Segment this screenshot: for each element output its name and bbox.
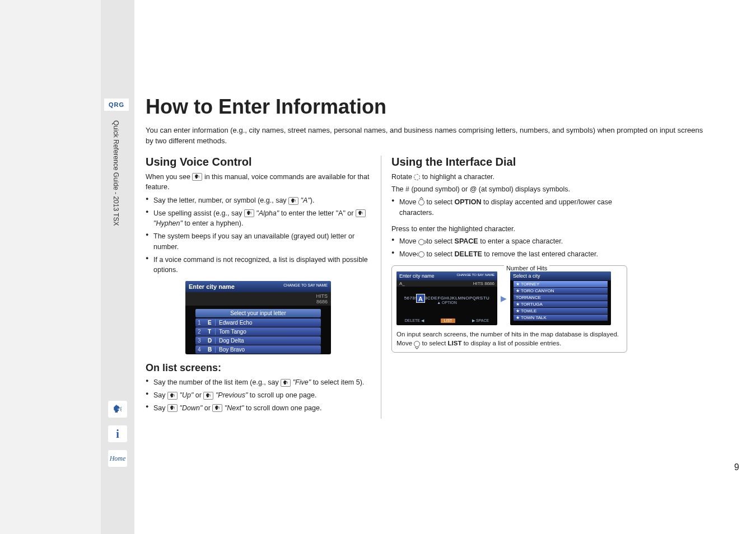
info-nav-button[interactable]: i bbox=[108, 425, 127, 442]
text: DELETE bbox=[455, 250, 482, 258]
voice-icon: 🗣 bbox=[113, 404, 123, 415]
move-left-icon bbox=[418, 251, 424, 257]
n: 1 bbox=[198, 320, 204, 326]
kb-space: ▶ SPACE bbox=[472, 318, 489, 323]
interface-dial-heading: Using the Interface Dial bbox=[391, 156, 627, 168]
shot-title: Enter city name bbox=[189, 283, 235, 290]
text: "Up" bbox=[178, 391, 193, 399]
w: Tom Tango bbox=[219, 329, 246, 335]
bullet-not-recognized: If a voice command is not recognized, a … bbox=[146, 255, 371, 276]
voice-icon: 🗣 bbox=[244, 209, 254, 217]
list-item: TORRANCE bbox=[514, 294, 608, 301]
voice-icon: 🗣 bbox=[167, 392, 178, 400]
text: Move bbox=[399, 198, 418, 206]
text: "Five" bbox=[291, 378, 311, 386]
text: "Alpha" bbox=[254, 209, 279, 217]
voice-bullets: Say the letter, number, or symbol (e.g.,… bbox=[146, 195, 371, 275]
list-title: Select a city bbox=[510, 271, 611, 280]
list-bullet-up: Say 🗣 "Up" or 🗣 "Previous" to scroll up … bbox=[146, 390, 371, 401]
text: "Down" bbox=[178, 404, 202, 412]
right-column: Using the Interface Dial Rotate to highl… bbox=[381, 156, 627, 419]
voice-icon: 🗣 bbox=[167, 404, 178, 412]
qrg-badge: QRG bbox=[104, 99, 129, 111]
text: ). bbox=[310, 196, 315, 204]
list-item: ★ TOWLE bbox=[514, 308, 608, 314]
list-item: ★ TORO CANYON bbox=[514, 288, 608, 294]
voice-icon: 🗣 bbox=[212, 404, 222, 412]
move-down-icon bbox=[414, 341, 420, 347]
l: T bbox=[208, 329, 216, 335]
figure-caption: On input search screens, the number of h… bbox=[396, 330, 622, 348]
home-icon: Home bbox=[110, 455, 126, 463]
left-nav-icons: 🗣 i Home bbox=[106, 401, 129, 467]
voice-icon: 🗣 bbox=[281, 379, 291, 387]
left-column: Using Voice Control When you see 🗣 in th… bbox=[146, 156, 381, 419]
voice-screenshot: Enter city name CHANGE TO SAY NAME HITS … bbox=[185, 281, 331, 354]
shot-row: 3DDog Delta bbox=[195, 336, 321, 345]
text: Rotate bbox=[391, 173, 414, 181]
text: LIST bbox=[448, 340, 462, 346]
voice-icon: 🗣 bbox=[203, 392, 213, 400]
text: Use spelling assist (e.g., say bbox=[153, 209, 244, 217]
list-item: ★ TORTUGA bbox=[514, 301, 608, 307]
voice-icon: 🗣 bbox=[356, 209, 366, 217]
kb-entered: A_ bbox=[399, 281, 405, 286]
text: Say the letter, number, or symbol (e.g.,… bbox=[153, 196, 288, 204]
text: Say bbox=[153, 391, 167, 399]
text: to enter a space character. bbox=[478, 237, 563, 245]
w: Dog Delta bbox=[219, 338, 244, 344]
move-right-icon bbox=[418, 239, 424, 245]
list-item: ★ TORNEY bbox=[514, 281, 608, 287]
hits-callout: Number of Hits bbox=[504, 265, 549, 271]
dial-bullets-1: Move to select OPTION to display accente… bbox=[391, 197, 627, 218]
list-item: ★ TOWN TALK bbox=[514, 315, 608, 321]
n: 2 bbox=[198, 329, 204, 335]
kb-hits-val: 8686 bbox=[484, 281, 494, 286]
list-bullets: Say the number of the list item (e.g., s… bbox=[146, 377, 371, 413]
list-bullet-number: Say the number of the list item (e.g., s… bbox=[146, 377, 371, 388]
kb-highlighted-letter: A bbox=[416, 294, 425, 303]
page-title: How to Enter Information bbox=[146, 95, 739, 119]
l: B bbox=[208, 346, 216, 353]
text: to select item 5). bbox=[311, 378, 364, 386]
bullet-beep: The system beeps if you say an unavailab… bbox=[146, 231, 371, 252]
pound-line: The # (pound symbol) or @ (at symbol) di… bbox=[391, 184, 627, 195]
text: to select bbox=[424, 250, 455, 258]
shot-row: 4BBoy Bravo bbox=[195, 345, 321, 354]
page-number: 9 bbox=[734, 462, 739, 472]
w: Boy Bravo bbox=[219, 346, 245, 353]
bullet-delete: Move to select DELETE to remove the last… bbox=[391, 249, 627, 260]
text: to select bbox=[420, 340, 447, 346]
keyboard-panel: Enter city name CHANGE TO SAY NAME A_ HI… bbox=[396, 271, 497, 325]
dial-figure: Number of Hits Enter city name CHANGE TO… bbox=[391, 265, 627, 353]
content-area: How to Enter Information You can enter i… bbox=[146, 95, 739, 419]
text: to select bbox=[424, 198, 455, 206]
kb-list: LIST bbox=[441, 318, 456, 323]
l: E bbox=[208, 320, 216, 326]
w: Edward Echo bbox=[219, 320, 252, 326]
bullet-say-letter: Say the letter, number, or symbol (e.g.,… bbox=[146, 195, 371, 206]
text: "Hyphen" bbox=[153, 219, 183, 227]
dial-bullets-2: Move to select SPACE to enter a space ch… bbox=[391, 236, 627, 260]
city-list-panel: Select a city ★ TORNEY ★ TORO CANYON TOR… bbox=[510, 271, 611, 325]
home-nav-button[interactable]: Home bbox=[108, 450, 127, 467]
rotate-icon bbox=[414, 174, 420, 180]
voice-nav-button[interactable]: 🗣 bbox=[108, 401, 127, 418]
text: or bbox=[193, 391, 203, 399]
text: When you see bbox=[146, 173, 192, 181]
text: to select bbox=[424, 237, 455, 245]
shot-hint: Select your input letter bbox=[195, 309, 321, 317]
shot-row: 2TTom Tango bbox=[195, 327, 321, 336]
shot-row: 1EEdward Echo bbox=[195, 318, 321, 327]
text: to enter a hyphen). bbox=[183, 219, 243, 227]
kb-delete: DELETE ◀ bbox=[405, 318, 424, 323]
text: to highlight a character. bbox=[420, 173, 494, 181]
n: 3 bbox=[198, 338, 204, 344]
text: "Previous" bbox=[213, 391, 248, 399]
text: to enter the letter "A" or bbox=[279, 209, 356, 217]
outer-margin bbox=[0, 0, 101, 534]
list-screens-heading: On list screens: bbox=[146, 362, 371, 374]
voice-icon: 🗣 bbox=[288, 197, 298, 205]
move-up-icon bbox=[418, 199, 424, 205]
kb-option: ▲ OPTION bbox=[396, 301, 497, 305]
